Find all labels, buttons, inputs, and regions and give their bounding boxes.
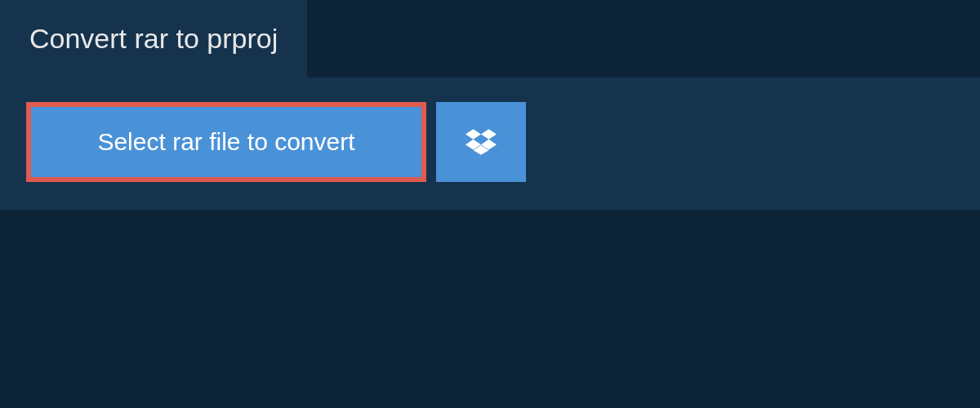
dropbox-button[interactable] [436,102,526,182]
dropbox-icon [466,126,497,157]
select-file-label: Select rar file to convert [97,128,354,156]
action-panel: Select rar file to convert [0,78,980,210]
page-title: Convert rar to prproj [29,23,278,54]
select-file-button[interactable]: Select rar file to convert [26,102,426,182]
tab-header: Convert rar to prproj [0,0,307,78]
